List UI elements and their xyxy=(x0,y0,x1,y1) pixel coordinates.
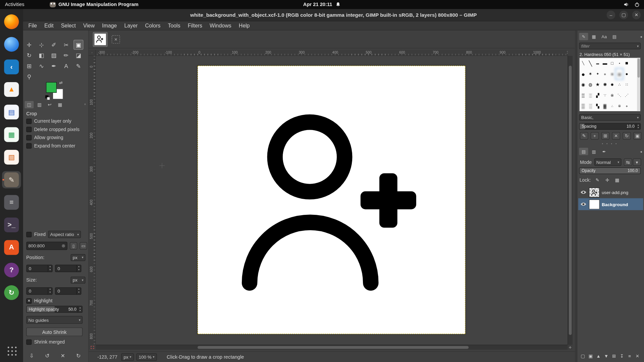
brush-category-dropdown[interactable]: Basic, ▾ xyxy=(579,114,641,121)
brush-item[interactable]: ※ xyxy=(608,90,616,101)
highlight-checkbox[interactable]: ✕ xyxy=(26,298,32,304)
portrait-orientation-button[interactable]: ▯ xyxy=(70,242,77,249)
brush-item[interactable]: ⋄ xyxy=(623,101,631,111)
dock-item-system-updater[interactable]: ↻ xyxy=(2,284,21,301)
visibility-eye-icon[interactable] xyxy=(580,202,587,206)
menu-item-help[interactable]: Help xyxy=(235,22,254,29)
spacing-slider[interactable]: Spacing 10.0 ▴▾ xyxy=(579,123,641,130)
tool-smudge[interactable]: ∿ xyxy=(37,61,46,71)
checkbox[interactable] xyxy=(26,127,32,132)
tab-layers[interactable]: ▤ xyxy=(579,148,588,155)
tab-images[interactable]: ▦ xyxy=(55,101,64,108)
dock-item-ubuntu-software[interactable]: A xyxy=(2,239,21,256)
brush-item[interactable]: ✦ xyxy=(594,68,601,79)
delete-brush[interactable]: ✕ xyxy=(612,132,620,139)
canvas-viewport[interactable] xyxy=(96,56,568,345)
menu-item-select[interactable]: Select xyxy=(57,22,79,29)
brush-item[interactable]: ∷ xyxy=(623,79,631,90)
tool-clone[interactable]: ⊞ xyxy=(24,61,34,71)
navigation-button[interactable]: ✛ xyxy=(568,345,573,350)
position-y-input[interactable]: 0 ▴▾ xyxy=(55,265,81,272)
brush-item[interactable]: ■ xyxy=(623,58,631,69)
fixed-checkbox[interactable] xyxy=(26,232,32,237)
edit-brush[interactable]: ✎ xyxy=(580,132,588,139)
brush-item[interactable]: □ xyxy=(608,58,616,69)
menu-item-windows[interactable]: Windows xyxy=(206,22,235,29)
lock-position[interactable]: ✛ xyxy=(603,177,611,184)
lower-layer[interactable]: ▼ xyxy=(602,352,610,360)
option-fixed[interactable]: Fixed Aspect ratio▾ xyxy=(26,231,81,238)
brush-item[interactable]: ▪ xyxy=(616,58,623,69)
close-button[interactable]: ✕ xyxy=(632,11,641,19)
open-brush-as-image[interactable]: ▣ xyxy=(633,132,641,139)
menu-item-colors[interactable]: Colors xyxy=(141,22,164,29)
brush-item[interactable]: ◍ xyxy=(587,79,594,90)
title-bar[interactable]: white_background_with_object.xcf-1.0 (RG… xyxy=(23,9,644,21)
dock-item-gimp[interactable]: ✎ xyxy=(2,171,21,188)
dialog-configure-button[interactable]: ▫ xyxy=(85,102,86,106)
brush-item[interactable]: ▓ xyxy=(601,101,609,111)
size-width-input[interactable]: 0 ▴▾ xyxy=(26,287,52,295)
menu-item-image[interactable]: Image xyxy=(98,22,120,29)
brush-item[interactable]: ╲ xyxy=(580,58,587,69)
brush-item[interactable]: ╲ xyxy=(587,58,594,69)
layer-row-user-add[interactable]: user-add.png xyxy=(578,186,643,198)
maximize-button[interactable]: ▢ xyxy=(620,11,628,19)
tool-paths[interactable]: ✒ xyxy=(49,61,59,71)
guides-dropdown[interactable]: No guides▾ xyxy=(26,316,83,324)
layer-row-background[interactable]: Background xyxy=(578,198,643,210)
ruler-origin-button[interactable]: ◦ xyxy=(89,50,96,56)
size-height-input[interactable]: 0 ▴▾ xyxy=(55,287,81,295)
foreground-color-swatch[interactable] xyxy=(46,82,57,93)
menu-item-tools[interactable]: Tools xyxy=(164,22,184,29)
clock[interactable]: Apr 21 20:11 xyxy=(303,2,341,7)
brush-item[interactable]: ▒ xyxy=(580,90,587,101)
new-brush[interactable]: + xyxy=(591,132,599,139)
delete-layer[interactable]: ✕ xyxy=(634,352,641,360)
tab-brushes[interactable]: ✎ xyxy=(579,33,588,40)
tool-gradient[interactable]: ▨ xyxy=(49,51,59,60)
menu-item-view[interactable]: View xyxy=(79,22,98,29)
menu-item-file[interactable]: File xyxy=(24,22,41,29)
tool-crop[interactable]: ▣ xyxy=(73,40,83,50)
default-colors-button[interactable] xyxy=(45,95,50,100)
tool-transform[interactable]: ↻ xyxy=(24,51,34,60)
dock-item-vscode[interactable]: ‹ xyxy=(2,58,21,75)
brush-item[interactable]: ∴ xyxy=(608,101,616,111)
new-layer[interactable]: ▢ xyxy=(579,352,587,360)
option-shrink-merged[interactable]: Shrink merged xyxy=(26,339,65,345)
landscape-orientation-button[interactable]: ▭ xyxy=(80,242,87,249)
system-tray[interactable] xyxy=(624,2,640,7)
size-unit-dropdown[interactable]: px▾ xyxy=(71,277,86,284)
mode-dropdown[interactable]: Normal ▾ xyxy=(594,159,622,166)
lock-alpha[interactable]: ▦ xyxy=(613,177,621,184)
tool-free-select[interactable]: ✐ xyxy=(49,40,59,50)
brush-dock-menu-button[interactable]: ◂ xyxy=(640,35,642,39)
clear-icon[interactable]: ⊗ xyxy=(61,243,65,249)
menu-item-layer[interactable]: Layer xyxy=(121,22,142,29)
spinner-arrows[interactable]: ▴▾ xyxy=(77,306,82,312)
reset-tool-options[interactable]: ↻ xyxy=(74,351,83,359)
tool-eraser[interactable]: ◪ xyxy=(73,51,83,60)
delete-tool-preset[interactable]: ✕ xyxy=(58,351,67,359)
tool-scissors-select[interactable]: ✂ xyxy=(61,40,71,50)
tab-patterns[interactable]: ▦ xyxy=(589,33,598,40)
checkbox[interactable] xyxy=(26,118,32,124)
menu-item-edit[interactable]: Edit xyxy=(41,22,57,29)
tab-tool-options[interactable]: ◫ xyxy=(24,101,34,108)
vertical-scrollbar[interactable] xyxy=(568,56,573,345)
raise-layer[interactable]: ▲ xyxy=(595,352,602,360)
brush-item[interactable]: ░ xyxy=(587,101,594,111)
zoom-dropdown[interactable]: 100 % ▾ xyxy=(136,353,157,361)
minimize-button[interactable]: – xyxy=(607,11,615,19)
duplicate-layer[interactable]: ⊞ xyxy=(610,352,618,360)
duplicate-brush[interactable]: ⊞ xyxy=(601,132,609,139)
brush-item[interactable]: ● xyxy=(623,68,631,79)
tool-pencil[interactable]: ✏ xyxy=(61,51,71,60)
tool-bucket-fill[interactable]: ◧ xyxy=(37,51,46,60)
dock-item-libreoffice-writer[interactable]: ▤ xyxy=(2,104,21,121)
brush-item[interactable]: ★ xyxy=(594,79,601,90)
fixed-mode-dropdown[interactable]: Aspect ratio▾ xyxy=(48,231,81,238)
brush-item[interactable]: ✹ xyxy=(608,79,616,90)
anchor-layer[interactable]: ↧ xyxy=(618,352,626,360)
